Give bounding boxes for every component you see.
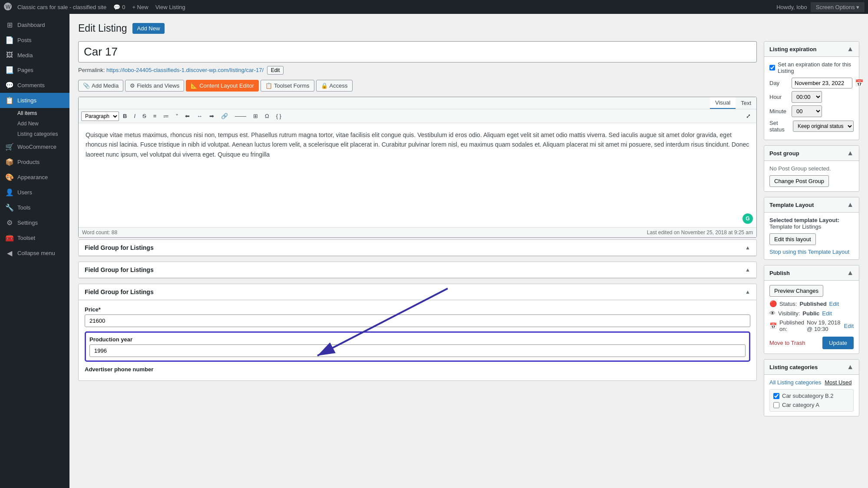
tools-icon: 🔧	[5, 203, 14, 212]
visibility-edit-link[interactable]: Edit	[822, 310, 832, 317]
view-listing-link[interactable]: View Listing	[152, 4, 189, 10]
text-tab[interactable]: Text	[736, 97, 756, 109]
sidebar-item-woocommerce[interactable]: 🛒 WooCommerce	[0, 139, 69, 154]
field-group-1-toggle[interactable]: ▲	[745, 245, 750, 251]
sidebar-subitem-add-new[interactable]: Add New	[0, 118, 69, 129]
screen-options-button[interactable]: Screen Options ▾	[811, 2, 865, 12]
production-year-input[interactable]	[89, 344, 746, 357]
toolset-forms-button[interactable]: 📋 Toolset Forms	[261, 80, 314, 92]
expiration-checkbox[interactable]	[769, 65, 775, 71]
sidebar-item-users[interactable]: 👤 Users	[0, 185, 69, 200]
sidebar-item-tools[interactable]: 🔧 Tools	[0, 200, 69, 215]
post-group-header: Post group ▲	[764, 146, 859, 161]
site-name[interactable]: Classic cars for sale - classified site	[14, 4, 110, 10]
italic-button[interactable]: I	[131, 111, 139, 121]
expand-editor-button[interactable]: ⤢	[743, 111, 754, 121]
publish-collapse[interactable]: ▲	[847, 269, 854, 277]
update-button[interactable]: Update	[822, 337, 854, 349]
new-link[interactable]: + New	[129, 4, 152, 10]
collapse-menu-button[interactable]: ◀ Collapse menu	[0, 246, 69, 261]
sidebar-item-pages[interactable]: 📃 Pages	[0, 62, 69, 78]
visibility-row: 👁 Visibility: Public Edit	[769, 310, 854, 317]
sidebar-subitem-all-items[interactable]: All items	[0, 108, 69, 118]
strikethrough-button[interactable]: S	[139, 111, 149, 121]
editor-content-area[interactable]: Quisque vitae metus maximus, rhoncus nis…	[79, 123, 756, 227]
template-layout-collapse[interactable]: ▲	[847, 201, 854, 209]
blockquote-button[interactable]: "	[173, 111, 181, 121]
post-group-collapse[interactable]: ▲	[847, 149, 854, 157]
most-used-tab[interactable]: Most Used	[825, 379, 851, 386]
howdy-text: Howdy, lobo	[776, 4, 811, 10]
sidebar-item-media[interactable]: 🖼 Media	[0, 48, 69, 62]
wp-code-button[interactable]: { }	[273, 111, 284, 121]
insert-more-button[interactable]: ——	[232, 111, 249, 121]
comments-link[interactable]: 💬 0	[110, 4, 129, 10]
published-edit-link[interactable]: Edit	[844, 323, 854, 329]
field-group-3-toggle[interactable]: ▲	[745, 289, 750, 295]
set-status-select[interactable]: Keep original status Expired	[793, 121, 854, 132]
fields-and-views-button[interactable]: ⚙ Fields and Views	[125, 80, 184, 92]
categories-tabs: All Listing categories Most Used	[769, 379, 854, 386]
sidebar-subitem-listing-categories[interactable]: Listing categories	[0, 129, 69, 139]
sidebar-item-toolset[interactable]: 🧰 Toolset	[0, 230, 69, 246]
stop-template-link[interactable]: Stop using this Template Layout	[769, 249, 849, 255]
day-input[interactable]	[792, 78, 852, 88]
sidebar-item-posts[interactable]: 📄 Posts	[0, 33, 69, 48]
calendar-icon[interactable]: 📅	[855, 79, 864, 87]
access-button[interactable]: 🔒 Access	[316, 80, 353, 92]
move-to-trash-link[interactable]: Move to Trash	[769, 340, 805, 346]
status-edit-link[interactable]: Edit	[829, 301, 839, 307]
link-button[interactable]: 🔗	[218, 111, 231, 121]
sidebar-item-appearance[interactable]: 🎨 Appearance	[0, 170, 69, 185]
paragraph-format-select[interactable]: Paragraph Heading 1 Heading 2 Heading 3	[81, 111, 119, 121]
sidebar-item-products[interactable]: 📦 Products	[0, 154, 69, 170]
align-left-button[interactable]: ⬅	[182, 111, 193, 121]
listing-expiration-collapse[interactable]: ▲	[847, 45, 854, 53]
cat-a-checkbox[interactable]	[773, 402, 779, 408]
insert-table-button[interactable]: ⊞	[250, 111, 261, 121]
sidebar-item-listings[interactable]: 📋 Listings	[0, 93, 69, 108]
field-group-2-toggle[interactable]: ▲	[745, 267, 750, 273]
align-center-button[interactable]: ↔	[194, 111, 205, 121]
permalink-url[interactable]: https://lobo-24405-classifieds-1.discove…	[106, 67, 264, 73]
minute-select[interactable]: 00 30	[792, 105, 822, 117]
listing-categories-collapse[interactable]: ▲	[847, 363, 854, 371]
special-char-button[interactable]: Ω	[262, 111, 272, 121]
post-title-input[interactable]	[78, 41, 757, 62]
price-input[interactable]	[85, 314, 750, 327]
svg-text:W: W	[6, 4, 11, 10]
set-status-row: Set status Keep original status Expired	[769, 120, 854, 133]
permalink-edit-button[interactable]: Edit	[267, 66, 284, 75]
unordered-list-button[interactable]: ≡	[150, 111, 160, 121]
field-group-3-header[interactable]: Field Group for Listings ▲	[79, 284, 756, 300]
bold-button[interactable]: B	[120, 111, 130, 121]
field-group-3-body: Price*	[79, 300, 756, 380]
listing-expiration-body: Set an expiration date for this Listing …	[764, 57, 859, 140]
visual-tab[interactable]: Visual	[710, 97, 736, 109]
edit-layout-button[interactable]: Edit this layout	[769, 233, 816, 245]
post-group-panel: Post group ▲ No Post Group selected. Cha…	[764, 145, 859, 192]
sidebar-item-settings[interactable]: ⚙ Settings	[0, 215, 69, 230]
field-group-1-header[interactable]: Field Group for Listings ▲	[79, 240, 756, 256]
content-layout-editor-button[interactable]: 📐 Content Layout Editor	[186, 80, 259, 92]
production-year-field: Production year	[85, 331, 750, 362]
field-group-3: Field Group for Listings ▲ Price*	[78, 284, 757, 381]
sidebar-item-comments[interactable]: 💬 Comments	[0, 78, 69, 93]
wp-logo[interactable]: W	[3, 2, 12, 12]
add-media-button[interactable]: 📎 Add Media	[78, 80, 123, 92]
editor-column: Permalink: https://lobo-24405-classified…	[78, 41, 757, 386]
ordered-list-button[interactable]: ≔	[160, 111, 172, 121]
expiration-checkbox-label: Set an expiration date for this Listing	[778, 61, 854, 74]
calendar-pub-icon: 📅	[769, 322, 777, 329]
preview-changes-button[interactable]: Preview Changes	[769, 285, 823, 297]
set-status-label: Set status	[769, 120, 790, 133]
add-new-button[interactable]: Add New	[132, 23, 165, 34]
hour-select[interactable]: 00:00 01:00	[792, 91, 822, 103]
cat-b2-checkbox[interactable]	[773, 393, 779, 399]
field-group-2-header[interactable]: Field Group for Listings ▲	[79, 262, 756, 278]
all-categories-tab[interactable]: All Listing categories	[769, 379, 821, 386]
right-sidebar: Listing expiration ▲ Set an expiration d…	[764, 41, 859, 422]
sidebar-item-dashboard[interactable]: ⊞ Dashboard	[0, 17, 69, 33]
align-right-button[interactable]: ➡	[206, 111, 217, 121]
change-post-group-button[interactable]: Change Post Group	[769, 175, 829, 187]
